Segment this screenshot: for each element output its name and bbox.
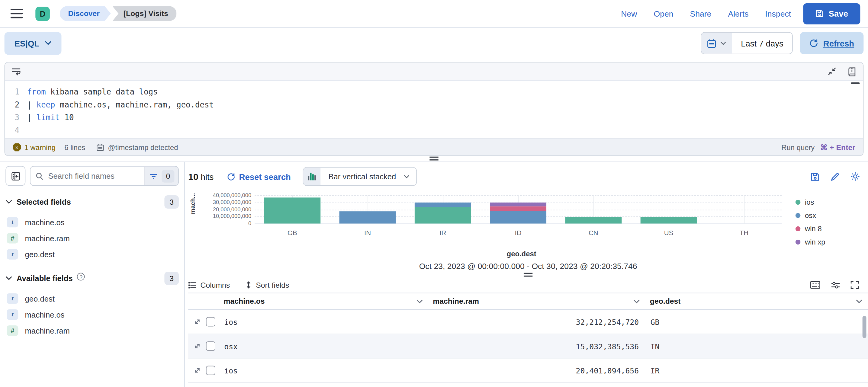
cell-machine-os: osx xyxy=(219,334,429,358)
code-line[interactable]: 3| limit 10 xyxy=(5,111,863,124)
bar-segment-win-8[interactable] xyxy=(490,206,546,211)
chart-type-select[interactable]: Bar vertical stacked xyxy=(303,167,417,186)
chart-settings-gear-icon[interactable] xyxy=(850,171,860,182)
chevron-down-icon[interactable] xyxy=(633,299,640,304)
column-header-machine.os[interactable]: machine.os xyxy=(219,293,429,309)
editor-scrollbar[interactable] xyxy=(851,83,860,84)
bar-segment-ios[interactable] xyxy=(415,207,471,223)
edit-visualization-icon[interactable] xyxy=(830,172,840,181)
chevron-down-icon xyxy=(404,174,416,179)
bar-segment-ios[interactable] xyxy=(641,217,697,223)
x-tick-label: IR xyxy=(405,229,480,237)
field-item-geo.dest[interactable]: tgeo.dest xyxy=(5,246,179,262)
y-tick-label: 40,000,000,000 xyxy=(196,192,251,198)
data-grid: machine.osmachine.ramgeo.dest ios32,212,… xyxy=(188,293,868,383)
field-count-badge: 3 xyxy=(164,195,179,208)
fullscreen-icon[interactable] xyxy=(850,281,859,289)
expand-row-icon[interactable] xyxy=(194,343,201,350)
field-section-header-1[interactable]: Available fields?3 xyxy=(5,272,179,285)
row-checkbox[interactable] xyxy=(206,342,215,351)
legend-item-osx[interactable]: osx xyxy=(796,208,826,222)
save-visualization-icon[interactable] xyxy=(810,172,820,181)
resize-grip-icon[interactable] xyxy=(430,157,438,161)
expand-row-icon[interactable] xyxy=(194,318,201,325)
esql-language-button[interactable]: ES|QL xyxy=(4,32,62,54)
bar-segment-osx[interactable] xyxy=(339,211,396,224)
code-line[interactable]: 2| keep machine.os, machine.ram, geo.des… xyxy=(5,98,863,110)
documentation-icon[interactable] xyxy=(847,67,856,76)
top-action-alerts[interactable]: Alerts xyxy=(728,9,748,18)
field-item-machine.os[interactable]: tmachine.os xyxy=(5,307,179,322)
x-tick-label: GB xyxy=(255,229,330,237)
top-actions: NewOpenShareAlertsInspect xyxy=(621,9,791,18)
legend-item-ios[interactable]: ios xyxy=(796,195,826,208)
display-options-sliders-icon[interactable] xyxy=(831,281,840,289)
row-checkbox[interactable] xyxy=(206,366,215,375)
warning-count[interactable]: 1 warning xyxy=(25,143,56,151)
refresh-button[interactable]: Refresh xyxy=(800,32,864,54)
chevron-down-icon[interactable] xyxy=(856,299,863,304)
table-row: osx15,032,385,536IN xyxy=(188,334,868,359)
time-range-value[interactable]: Last 7 days xyxy=(732,33,792,54)
bar-segment-win-xp[interactable] xyxy=(490,203,546,206)
collapse-sidebar-button[interactable] xyxy=(5,166,25,186)
wrap-lines-icon[interactable] xyxy=(11,67,21,75)
top-action-open[interactable]: Open xyxy=(654,9,674,18)
expand-row-icon[interactable] xyxy=(194,367,201,374)
field-item-machine.ram[interactable]: #machine.ram xyxy=(5,323,179,339)
code-line[interactable]: 1from kibana_sample_data_logs xyxy=(5,85,863,98)
save-icon xyxy=(815,9,824,18)
field-filter-button[interactable]: 0 xyxy=(144,167,179,185)
line-number: 1 xyxy=(5,87,27,96)
reset-search-link[interactable]: Reset search xyxy=(227,172,291,181)
legend-item-win-xp[interactable]: win xp xyxy=(796,235,826,249)
chevron-down-icon xyxy=(5,276,12,281)
field-item-geo.dest[interactable]: tgeo.dest xyxy=(5,290,179,307)
keyboard-shortcuts-icon[interactable] xyxy=(810,281,820,289)
field-item-machine.ram[interactable]: #machine.ram xyxy=(5,230,179,246)
column-header-geo.dest[interactable]: geo.dest xyxy=(645,293,868,309)
editor-resize-handle[interactable] xyxy=(0,156,868,162)
bar-segment-ios[interactable] xyxy=(264,197,320,224)
code-token: | xyxy=(27,112,36,121)
search-field-names-input[interactable] xyxy=(48,171,144,180)
sort-fields-button[interactable]: Sort fields xyxy=(245,281,289,289)
bar-segment-ios[interactable] xyxy=(565,217,622,223)
top-action-inspect[interactable]: Inspect xyxy=(765,9,791,18)
run-query-label[interactable]: Run query xyxy=(781,143,814,151)
row-controls-cell xyxy=(188,310,219,333)
legend-item-win-8[interactable]: win 8 xyxy=(796,222,826,235)
legend-label: ios xyxy=(805,198,814,206)
column-header-machine.ram[interactable]: machine.ram xyxy=(429,293,645,309)
field-section-title: Available fields xyxy=(17,274,73,283)
save-button[interactable]: Save xyxy=(803,3,860,24)
field-section-header-0[interactable]: Selected fields3 xyxy=(5,195,179,208)
breadcrumb-discover[interactable]: Discover xyxy=(60,6,111,21)
code-token: limit xyxy=(36,112,60,121)
bar-segment-osx[interactable] xyxy=(490,211,546,224)
code-line[interactable]: 4 xyxy=(5,124,863,136)
top-action-share[interactable]: Share xyxy=(690,9,712,18)
gridline xyxy=(255,223,782,224)
table-row: ios20,401,094,656IR xyxy=(188,359,868,383)
chevron-down-icon[interactable] xyxy=(416,299,423,304)
bar-segment-osx[interactable] xyxy=(415,202,471,207)
field-item-machine.os[interactable]: tmachine.os xyxy=(5,214,179,230)
column-header-label: geo.dest xyxy=(650,297,681,305)
query-code-editor[interactable]: 1from kibana_sample_data_logs2| keep mac… xyxy=(5,81,863,138)
line-number: 2 xyxy=(5,100,27,109)
menu-hamburger-button[interactable] xyxy=(7,4,27,24)
top-action-new[interactable]: New xyxy=(621,9,637,18)
chevron-down-icon xyxy=(720,41,726,45)
y-tick-label: 0 xyxy=(196,220,251,226)
row-checkbox[interactable] xyxy=(206,317,215,326)
table-scrollbar[interactable] xyxy=(863,316,867,338)
shrink-editor-icon[interactable] xyxy=(828,67,836,76)
chart-resize-grip[interactable] xyxy=(524,273,532,277)
help-icon[interactable]: ? xyxy=(77,273,85,281)
breadcrumb-current: [Logs] Visits xyxy=(112,6,176,21)
cell-machine-os: ios xyxy=(219,310,429,333)
date-picker-toggle[interactable] xyxy=(702,33,732,54)
columns-button[interactable]: Columns xyxy=(188,281,230,289)
results-header: 10 hits Reset search Bar vertical stacke… xyxy=(188,162,868,188)
